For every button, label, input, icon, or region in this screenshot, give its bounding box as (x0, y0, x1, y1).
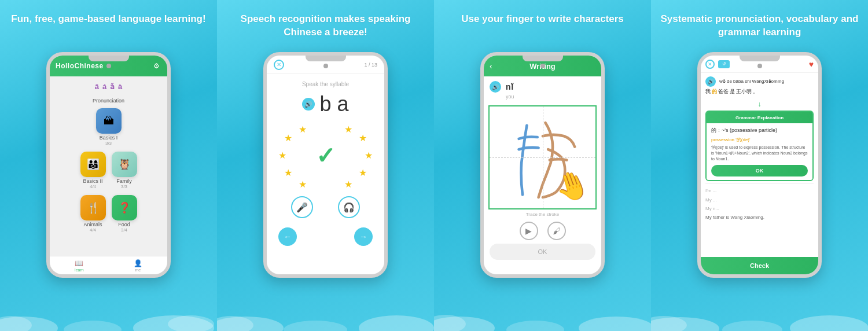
family-node[interactable]: 🦉 (112, 152, 137, 177)
panel-2: Speech recognition makes speaking Chines… (217, 0, 434, 331)
phone-frame-4: ✕ ↺ ♥ 🔊 wǒ de bāba shi WángXiǎomíng 我 的 … (697, 52, 822, 278)
phone-notch-1 (89, 56, 129, 61)
svg-point-2 (133, 315, 214, 331)
grammar-modal-body: 的：~'s (possessive particle) possession '… (707, 123, 812, 180)
me-icon: 👤 (134, 259, 142, 267)
basics-2-block[interactable]: 👨‍👩‍👧 Basics II 4/4 (80, 152, 106, 189)
pinyin-sentence: wǒ de bāba shi WángXiǎomíng (719, 78, 784, 84)
text-line-4: My father is Wang Xiaoming. (701, 213, 818, 222)
particle-explanation: 的：~'s (possessive particle) (711, 127, 808, 134)
svg-point-5 (217, 317, 284, 331)
word-meaning: you (484, 94, 601, 103)
food-block[interactable]: ❓ Food 3/4 (112, 195, 137, 233)
nav-me[interactable]: 👤 me (134, 259, 142, 272)
star-2: ★ (284, 133, 292, 144)
chinese-baba: 爸爸 (718, 88, 729, 95)
settings-icon[interactable]: ⚙ (153, 62, 161, 70)
tone-1: ā (95, 82, 99, 91)
star-8: ★ (365, 150, 373, 161)
writing-canvas[interactable]: 🤚 (488, 105, 597, 209)
star-4: ★ (284, 167, 292, 178)
nav-learn[interactable]: 📖 learn (75, 259, 84, 272)
prev-button[interactable]: ← (278, 227, 297, 246)
svg-point-6 (217, 316, 253, 331)
star-5: ★ (299, 179, 307, 190)
s2-close-button[interactable]: ✕ (274, 60, 284, 70)
lesson-row-3: 🍴 Animals 4/4 ❓ Food 3/4 (80, 195, 137, 233)
ok-button[interactable]: OK (490, 244, 595, 260)
phone-camera-4 (757, 64, 762, 68)
svg-point-11 (579, 317, 651, 331)
s4-close-button[interactable]: ✕ (705, 60, 715, 69)
phone-camera-2 (323, 64, 328, 68)
phone-camera-1 (106, 64, 111, 68)
phone-notch-3 (523, 56, 563, 61)
animals-block[interactable]: 🍴 Animals 4/4 (80, 195, 106, 233)
learn-label: learn (75, 268, 84, 272)
lesson-row-2: 👨‍👩‍👧 Basics II 4/4 🦉 Family 3/3 (80, 152, 137, 189)
heart-icon[interactable]: ♥ (809, 60, 814, 69)
svg-point-16 (722, 321, 782, 331)
modal-ok-button[interactable]: OK (711, 165, 808, 176)
svg-point-15 (790, 315, 868, 331)
basics-1-node[interactable]: 🏔 (96, 108, 122, 134)
svg-point-12 (506, 321, 564, 331)
basics-1-sub: 3/3 (105, 141, 112, 146)
animals-sub: 4/4 (90, 227, 96, 233)
lesson-pronunciation[interactable]: Pronunciation (93, 97, 124, 104)
play-button[interactable]: ▶ (520, 222, 538, 240)
svg-point-4 (64, 321, 122, 331)
headphones-button[interactable]: 🎧 (338, 196, 360, 218)
check-button[interactable]: Check (701, 257, 818, 274)
svg-point-0 (0, 317, 58, 331)
speaker-icon[interactable]: 🔊 (302, 98, 315, 111)
star-1: ★ (299, 124, 307, 135)
cloud-decor-2 (217, 296, 434, 331)
panel-4: Systematic pronunciation, vocabulary and… (651, 0, 868, 331)
back-button[interactable]: ‹ (490, 61, 492, 71)
food-label: Food (118, 222, 130, 227)
text-line-2: My ... (701, 196, 818, 204)
tone-2: á (102, 82, 106, 91)
family-label: Family (116, 178, 132, 184)
s4-back-button[interactable]: ↺ (718, 60, 730, 68)
phone-frame-2: ✕ 1 / 13 Speak the syllable 🔊 b a ★ ★ ★ … (263, 52, 388, 278)
learn-icon: 📖 (75, 259, 83, 267)
tone-3: ǎ (110, 82, 115, 91)
navigation-row: ← → (267, 227, 384, 246)
chinese-name: 王小明 (736, 88, 752, 95)
s4-close-icon: ✕ (708, 61, 712, 67)
panel-3-caption: Use your finger to write characters (461, 13, 624, 43)
panel-1: Fun, free, game-based language learning!… (0, 0, 217, 331)
pronunciation-label: Pronunciation (93, 98, 124, 104)
screen-4: ✕ ↺ ♥ 🔊 wǒ de bāba shi WángXiǎomíng 我 的 … (701, 56, 818, 274)
brush-button[interactable]: 🖌 (547, 222, 566, 240)
star-6: ★ (344, 124, 352, 135)
svg-point-3 (168, 315, 214, 331)
family-block[interactable]: 🦉 Family 3/3 (112, 152, 137, 189)
back-arrow-icon: ↺ (722, 61, 726, 67)
animals-node[interactable]: 🍴 (80, 195, 106, 220)
svg-point-7 (359, 315, 434, 331)
me-label: me (135, 268, 141, 272)
word-speaker-icon[interactable]: 🔊 (490, 81, 501, 93)
star-3: ★ (278, 150, 286, 161)
s1-app-title: HolloChinese (56, 62, 104, 70)
chinese-shi: 是 (730, 88, 735, 95)
close-icon: ✕ (277, 61, 281, 68)
pinyin-tones-row: ā á ǎ à (95, 82, 123, 91)
microphone-button[interactable]: 🎤 (291, 196, 313, 218)
grammar-modal-header: Grammar Explanation (707, 112, 812, 123)
possession-label: possession '的(de)' (711, 137, 808, 143)
next-button[interactable]: → (354, 227, 373, 246)
panel-2-caption: Speech recognition makes speaking Chines… (223, 13, 428, 43)
panel-4-caption: Systematic pronunciation, vocabulary and… (657, 13, 862, 43)
basics-2-node[interactable]: 👨‍👩‍👧 (80, 152, 106, 177)
food-node[interactable]: ❓ (112, 195, 137, 220)
family-sub: 3/3 (121, 184, 127, 189)
phone-notch-4 (740, 56, 780, 61)
s4-speaker-icon[interactable]: 🔊 (705, 76, 716, 87)
svg-point-13 (651, 317, 719, 331)
basics-1-block[interactable]: 🏔 Basics I 3/3 (96, 108, 122, 146)
speak-prompt: Speak the syllable (267, 81, 384, 87)
